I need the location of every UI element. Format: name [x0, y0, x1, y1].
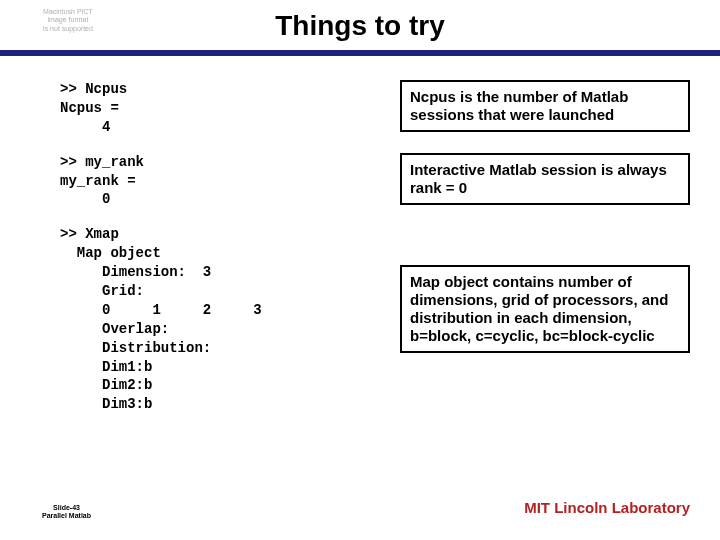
code-ncpus: >> Ncpus Ncpus = 4 — [60, 80, 127, 137]
page-title: Things to try — [0, 10, 720, 42]
title-divider — [0, 50, 720, 56]
footer-sub: Parallel Matlab — [42, 512, 91, 520]
footer-slide-number: Slide-43 — [42, 504, 91, 512]
row-myrank: >> my_rank my_rank = 0 Interactive Matla… — [60, 153, 690, 210]
note-xmap: Map object contains number of dimensions… — [400, 265, 690, 353]
code-xmap: >> Xmap Map object Dimension: 3 Grid: 0 … — [60, 225, 262, 414]
content-area: >> Ncpus Ncpus = 4 Ncpus is the number o… — [60, 80, 690, 480]
row-ncpus: >> Ncpus Ncpus = 4 Ncpus is the number o… — [60, 80, 690, 137]
code-myrank: >> my_rank my_rank = 0 — [60, 153, 144, 210]
note-myrank: Interactive Matlab session is always ran… — [400, 153, 690, 205]
slide-container: Macintosh PICT image format is not suppo… — [0, 0, 720, 540]
row-xmap: >> Xmap Map object Dimension: 3 Grid: 0 … — [60, 225, 690, 414]
footer-lab: MIT Lincoln Laboratory — [524, 499, 690, 516]
footer-left: Slide-43 Parallel Matlab — [42, 504, 91, 520]
note-ncpus: Ncpus is the number of Matlab sessions t… — [400, 80, 690, 132]
